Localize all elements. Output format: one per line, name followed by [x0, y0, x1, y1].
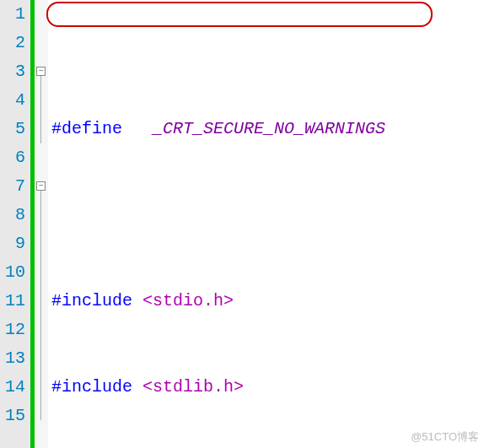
line-number: 2: [0, 29, 25, 57]
fold-minus-icon[interactable]: −: [36, 67, 46, 76]
code-area[interactable]: #define _CRT_SECURE_NO_WARNINGS #include…: [48, 0, 484, 448]
fold-column: − −: [35, 0, 48, 448]
highlight-annotation: [46, 2, 433, 27]
line-number: 13: [0, 344, 25, 373]
preproc-directive: #include: [51, 291, 132, 310]
line-number-gutter: 1 2 3 4 5 6 7 8 9 10 11 12 13 14 15: [0, 0, 30, 448]
preproc-directive: #define: [51, 119, 122, 138]
line-number: 9: [0, 229, 25, 258]
include-header: <stdio.h>: [143, 291, 234, 310]
code-line: [51, 201, 484, 229]
fold-guide: [40, 191, 41, 420]
fold-minus-icon[interactable]: −: [36, 181, 46, 191]
line-number: 3: [0, 57, 25, 86]
line-number: 11: [0, 287, 25, 316]
code-line: #include <stdlib.h>: [51, 373, 484, 402]
line-number: 14: [0, 373, 25, 402]
line-number: 7: [0, 172, 25, 201]
code-line: #include <stdio.h>: [51, 287, 484, 316]
macro-name: _CRT_SECURE_NO_WARNINGS: [153, 119, 385, 138]
code-line: #define _CRT_SECURE_NO_WARNINGS: [51, 115, 484, 143]
fold-guide: [40, 76, 41, 143]
line-number: 8: [0, 201, 25, 229]
preproc-directive: #include: [51, 377, 132, 397]
code-editor: 1 2 3 4 5 6 7 8 9 10 11 12 13 14 15 − − …: [0, 0, 484, 448]
include-header: <stdlib.h>: [143, 377, 244, 397]
line-number: 1: [0, 0, 25, 29]
line-number: 12: [0, 316, 25, 344]
line-number: 6: [0, 143, 25, 172]
line-number: 10: [0, 258, 25, 287]
line-number: 4: [0, 86, 25, 115]
line-number: 15: [0, 402, 25, 430]
line-number: 5: [0, 115, 25, 143]
watermark-text: @51CTO博客: [411, 429, 479, 445]
